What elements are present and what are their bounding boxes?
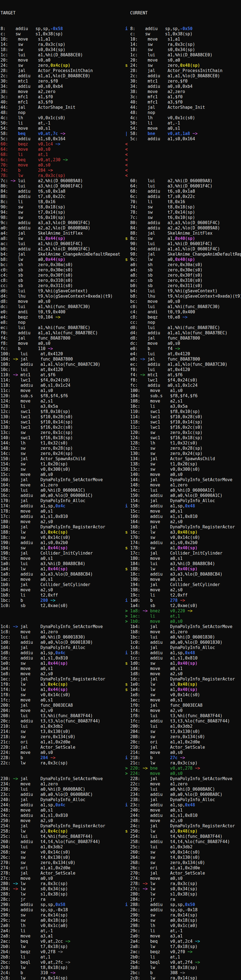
- asm-row: ac: lui a1,%hi(D_06001F4C) 90: lui a1,%h…: [0, 241, 241, 247]
- asm-row: c: sw s1,0x38(sp) c: sw s1,0x38(sp): [0, 32, 241, 37]
- asm-row: 114: lwc1 $f4,0x24(s0) f8: lwc1 $f4,0x24…: [0, 378, 241, 383]
- asm-row: 254: jal DynaPolyInfo_RegisterActor 24c:…: [0, 824, 241, 829]
- asm-row: 1bc: b 280 ~> i 1a0: b 278 ~>: [0, 598, 241, 603]
- asm-row: 1a8: addiu a3,a3,%lo(D_80A88CB4) 18c: ad…: [0, 572, 241, 577]
- asm-row: 10c: lui at,0x4120 f0: lui at,0x4120: [0, 367, 241, 372]
- asm-row: 2b8: li at,1 2b0: li at,1: [0, 955, 241, 960]
- asm-row: 108: addiu a1,a1,%lo(func_80A87C30) ec: …: [0, 362, 241, 367]
- asm-row: a8: sw a1,0x44(sp) s 8c: sw a1,0x40(sp): [0, 236, 241, 241]
- asm-row: 1b8: li t2,0xff 19c: li t2,0xff: [0, 593, 241, 598]
- asm-row: 234: move a1,zero 22c: move a1,zero: [0, 781, 241, 787]
- asm-row: 224: move a0,s0 214: move a0,s0: [0, 750, 241, 755]
- asm-row: 29c: sw a0,0x18(sp) 294: sw a0,0x18(sp): [0, 918, 241, 923]
- asm-row: 160: jal DynaPolyInfo_SetActorMove 144: …: [0, 477, 241, 482]
- asm-row: 23c: addiu a0,a0,%lo(D_0600BA8C) 234: ad…: [0, 792, 241, 797]
- asm-row: 110: ~> mtc1 at,$f6 f4: ~> mtc1 at,$f6: [0, 372, 241, 378]
- asm-row: 22c: lw ra,0x3c(sp) 21c: lw ra,0x3c(sp): [0, 760, 241, 766]
- asm-row: 78: lw ra,0x3c(sp) <: [0, 173, 241, 178]
- asm-row: 170: jal DynaPolyInfo_Alloc 154: jal Dyn…: [0, 498, 241, 504]
- asm-row: 15c: move a0,s0 140: move a0,s0: [0, 472, 241, 477]
- diff-marker: i: [125, 902, 128, 907]
- diff-marker: <: [125, 168, 128, 173]
- asm-row: 1ec: jal DynaPolyInfo_RegisterActor 1dc:…: [0, 677, 241, 682]
- asm-row: d4: lhu t9,%lo(gSaveContext+0xeda)(t9) b…: [0, 294, 241, 299]
- asm-row: d0: lui t9,%hi(gSaveContext) b4: lui t9,…: [0, 288, 241, 294]
- asm-row: 194: sw a1,0x44(sp) s 178: sw a1,0x40(sp…: [0, 546, 241, 551]
- diff-marker: |: [125, 131, 128, 136]
- asm-row: 180: move a2,s0 164: move a2,s0: [0, 519, 241, 525]
- asm-row: 248: move a0,s1 240: move a0,s1: [0, 808, 241, 813]
- diff-marker: >: [125, 619, 128, 624]
- asm-row: 16c: addiu a0,a0,%lo(D_06000A1C) 150: ad…: [0, 493, 241, 498]
- asm-row: 26c: sw t4,0x130(s0) 264: sw t4,0x130(s0…: [0, 855, 241, 860]
- asm-row: ec: lui a1,%hi(func_80A87BEC) d0: lui a1…: [0, 325, 241, 331]
- asm-row: 74: b 284 ~> <: [0, 168, 241, 173]
- asm-row: 40: mfc1 a3,$f0 40: mfc1 a3,$f0: [0, 100, 241, 105]
- diff-marker: s: [125, 257, 128, 262]
- asm-row: d8: move a0,s0 bc: move a0,s0: [0, 299, 241, 304]
- asm-row: 1dc: addiu a1,s1,0x810 1cc: addiu a1,s1,…: [0, 655, 241, 661]
- diff-marker: >: [125, 614, 128, 619]
- asm-row: 208: lui t3,%hi(func_80A87F44) 1f8: lui …: [0, 713, 241, 719]
- asm-row: 70: move a0,s0 <: [0, 162, 241, 168]
- asm-row: 24: sw zero,0x4c(sp) s 24: sw zero,0x48(…: [0, 63, 241, 68]
- asm-row: dc: lui a1,%hi(func_80A87C30) c0: lui a1…: [0, 304, 241, 309]
- asm-row: 200: jal func_8003ECA8 1f0: jal func_800…: [0, 703, 241, 708]
- diff-marker: s: [125, 546, 128, 550]
- diff-marker: i: [125, 504, 128, 509]
- asm-row: b4: jal SkelAnime_ChangeAnimDefaultRepea…: [0, 252, 241, 257]
- asm-row: 250: move a2,s0 248: move a2,s0: [0, 818, 241, 824]
- asm-row: 2a0: lh v0,0x1c(a0) 298: lh v0,0x1c(a0): [0, 923, 241, 928]
- diff-marker: <: [125, 162, 128, 167]
- asm-row: 90: sw t8,0x18(sp) 74: sw t8,0x18(sp): [0, 205, 241, 210]
- asm-row: c8: sb zero,0x310(s0) ac: sb zero,0x310(…: [0, 278, 241, 283]
- asm-row: 118: addiu a0,s1,0x1c24 fc: addiu a0,s1,…: [0, 383, 241, 388]
- asm-row: 12c: swc1 $f8,0x10(sp) 110: swc1 $f8,0x1…: [0, 409, 241, 414]
- asm-row: 280: ~> lw ra,0x3c(sp) 278: ~> lw ra,0x3…: [0, 881, 241, 886]
- asm-row: 210: lui a1,0x3db2 200: lui a1,0x3db2: [0, 724, 241, 729]
- asm-row: 124: move a2,s1 108: move a2,s1: [0, 399, 241, 404]
- asm-row: 1e0: sw a1,0x44(sp) s 1d0: sw a1,0x40(sp…: [0, 661, 241, 666]
- asm-row: 1e4: move a0,s1 1d4: move a0,s1: [0, 666, 241, 671]
- asm-row: 1cc: lui a0,%hi(D_06001830) 1bc: lui a0,…: [0, 635, 241, 640]
- asm-row: 1ac: move a0,s1 190: move a0,s1: [0, 577, 241, 582]
- asm-row: 20: move s0,a0 20: move s0,a0: [0, 58, 241, 63]
- asm-row: 268: sw v0,0x14c(s0) 260: sw v0,0x14c(s0…: [0, 850, 241, 855]
- asm-row: 2bc: beql v0,at,2fc ~> 2b4: beql v0,at,2…: [0, 960, 241, 965]
- diff-marker: <: [125, 173, 128, 178]
- asm-row: 1d8: addiu a1,sp,0x4c i 1c8: addiu a1,sp…: [0, 651, 241, 655]
- asm-row: cc: sb zero,0x311(s0) b0: sb zero,0x311(…: [0, 283, 241, 288]
- asm-row: 21c: ori a1,a1,0x2d0e 20c: ori a1,a1,0x2…: [0, 740, 241, 745]
- asm-row: 174: addiu a1,sp,0x4c i 158: addiu a1,sp…: [0, 504, 241, 509]
- asm-row: 220: jal Actor_SetScale 210: jal Actor_S…: [0, 745, 241, 750]
- asm-row: 20c: addiu t3,t3,%lo(func_80A87F44) 1fc:…: [0, 719, 241, 724]
- asm-row: 134: swc1 $f10,0x14(sp) 118: swc1 $f10,0…: [0, 420, 241, 425]
- asm-row: 1a0: lui a3,%hi(D_80A88CB4) 184: lui a3,…: [0, 561, 241, 566]
- asm-row: 30: mtc1 zero,$f0 30: mtc1 zero,$f0: [0, 79, 241, 84]
- diff-marker: i: [125, 26, 128, 31]
- asm-row: bc: sh zero,0x30a(s0) a0: sh zero,0x30a(…: [0, 262, 241, 267]
- asm-row: 68: li at,1 <: [0, 152, 241, 158]
- asm-row: 28: jal Actor_ProcessInitChain 28: jal A…: [0, 68, 241, 73]
- asm-row: 1a4: lw a1,0x44(sp) s 188: lw a1,0x40(sp…: [0, 566, 241, 572]
- asm-row: 204: move a2,v0 1f4: move a2,v0: [0, 708, 241, 713]
- asm-row: 230: ~> jal DynaPolyInfo_SetActorMove 22…: [0, 776, 241, 781]
- column-headers: TARGET CURRENT: [0, 11, 241, 16]
- asm-row: 2c4: b 310 ~> 2bc: b 308 ~>: [0, 970, 241, 975]
- asm-row: 6c: beq v0,at,230 ~> <: [0, 158, 241, 162]
- asm-row: 27c: move a0,s0 274: move a0,s0: [0, 876, 241, 881]
- asm-row: > 224: move a0,s0: [0, 771, 241, 776]
- asm-row: 1f8: sw v0,0x14c(s0) 1e8: sw v0,0x14c(s0…: [0, 692, 241, 698]
- asm-row: 7c: ~> lui a2,%hi(D_0600B9A8) 60: lui a2…: [0, 178, 241, 184]
- asm-row: 11c: move a1,s0 100: move a1,s0: [0, 388, 241, 393]
- asm-row: 214: sw t3,0x130(s0) 204: sw t3,0x130(s0…: [0, 729, 241, 734]
- asm-row: 138: lwc1 $f16,0x2c(s0) 11c: lwc1 $f16,0…: [0, 425, 241, 430]
- asm-row: 260: addiu t4,t4,%lo(func_80A87F44) 258:…: [0, 839, 241, 845]
- asm-row: 154: sw t1,0x20(sp) 138: sw t1,0x20(sp): [0, 461, 241, 467]
- diff-marker: <: [125, 147, 128, 152]
- asm-row: 9c: addiu a3,a3,%lo(D_06001F4C) 80: addi…: [0, 220, 241, 226]
- asm-row: 100: lui at,0x4120 e4: lui at,0x4120: [0, 352, 241, 357]
- asm-row: 48: nop 48: nop: [0, 110, 241, 115]
- asm-row: e4: beqz t0,104 ~> c8: beqz t0,e8 ~>: [0, 315, 241, 320]
- diff-marker: >: [125, 771, 128, 776]
